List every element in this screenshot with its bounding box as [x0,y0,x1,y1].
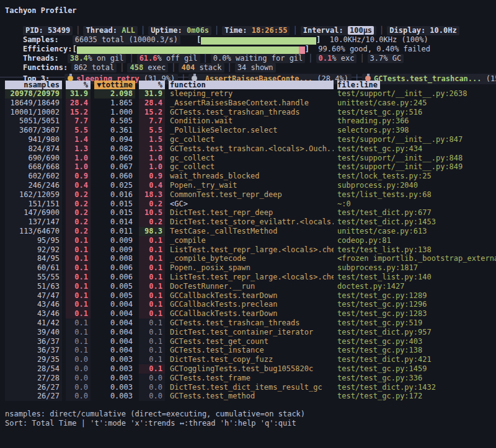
direct-pct-cell: 0.2 [66,217,91,227]
column-header-cumulative-pct[interactable]: % [139,81,165,89]
file-line-cell: test/support/__init__.py:848 [337,154,496,163]
function-cell: GCTests.test_get_count [169,337,334,346]
interval-value: 100μs [348,26,374,35]
direct-pct-cell: 0.1 [66,282,91,291]
cumulative-pct-cell: 0.1 [139,337,165,346]
direct-pct-cell: 0.1 [66,291,91,301]
efficiency-bar [77,46,305,53]
tottime-cell: 1.000 [94,108,135,117]
tottime-cell: 0.003 [94,392,135,401]
nsamples-cell: 43/46 [5,309,62,318]
column-header-tottime-sorted[interactable]: ▼tottime [94,81,135,89]
tottime-cell: 0.003 [94,364,135,374]
direct-pct-cell: 31.9 [66,89,91,99]
file-line-cell: test/test_list.py:140 [337,273,496,282]
cumulative-pct-cell: 0.2 [139,200,165,209]
profile-table: nsamples % ▼tottime % function file:line… [5,81,496,401]
column-header-direct-pct[interactable]: % [66,81,91,89]
thread-stat-value: 61.6 [140,54,157,63]
pid-label: PID: [25,26,43,35]
function-stat-value: 458 [130,63,143,72]
cumulative-pct-cell: 0.2 [139,217,165,227]
file-line-cell: test/test_gc.py:403 [337,337,496,346]
file-line-cell: ~:0 [337,200,496,209]
file-line-cell: subprocess.py:1817 [337,263,496,273]
divider: │ [308,54,312,63]
function-stat-value: 34 [237,63,246,72]
direct-pct-cell: 0.1 [66,300,91,309]
divider: │ [293,26,297,35]
file-line-cell: unittest/case.py:613 [337,227,496,236]
tottime-cell: 0.361 [94,126,135,135]
thread-stat-segment: 61.6% off gil [137,54,200,63]
cumulative-pct-cell: 0.1 [139,263,165,273]
function-cell: <GC> [169,200,334,209]
file-line-cell: test/lock_tests.py:25 [337,172,496,181]
cumulative-pct-cell: 0.1 [139,364,165,374]
nsamples-cell: 27/28 [5,374,62,383]
nsamples-cell: 137/147 [5,217,62,227]
function-cell: GCTests.test_trashcan.<locals>.Ouch.... [169,144,334,154]
function-stat-segment: 404 stack [179,63,224,72]
tottime-cell: 0.004 [94,318,135,328]
file-line-cell: doctest.py:1427 [337,282,496,291]
function-stat-segment: 34 shown [235,63,276,72]
nsamples-cell: 690/690 [5,154,62,163]
function-stat-unit: exec [143,63,166,72]
direct-pct-cell: 0.2 [66,208,91,217]
column-header-function[interactable]: function [169,81,334,89]
nsamples-cell: 39/40 [5,328,62,337]
nsamples-cell: 26/27 [5,383,62,392]
cumulative-pct-cell: 1.0 [139,162,165,172]
file-line-cell: test/test_gc.py:1283 [337,309,496,318]
nsamples-cell: 147/6900 [5,208,62,217]
direct-pct-cell: 1.3 [66,144,91,154]
function-cell: GCTests.test_trashcan_threads [169,318,334,328]
direct-pct-cell: 0.1 [66,254,91,263]
function-cell: gc_collect [169,154,334,163]
file-line-cell: test/test_list.py:138 [337,245,496,255]
function-cell: Popen._posix_spawn [169,263,334,273]
file-line-cell: codeop.py:81 [337,236,496,245]
function-cell: TestCase._callTestMethod [169,227,334,236]
cumulative-pct-cell: 7.7 [139,116,165,126]
tottime-cell: 0.004 [94,346,135,355]
nsamples-cell: 26/27 [5,392,62,401]
function-cell: GCTests.test_instance [169,346,334,355]
thread-stat-unit: % GC [383,54,401,63]
nsamples-cell: 55/55 [5,273,62,282]
footer-legend: nsamples: direct/cumulative (direct=exec… [5,410,496,419]
function-cell: GCTests.test_method [169,392,334,401]
column-header-nsamples[interactable]: nsamples [5,81,62,89]
divider: │ [76,26,80,35]
cumulative-pct-cell: 28.4 [139,99,165,108]
direct-pct-cell: 15.2 [66,108,91,117]
time-label: Time: [224,26,247,35]
divider: │ [141,26,145,35]
cumulative-pct-cell: 0.1 [139,328,165,337]
nsamples-cell: 151/151 [5,200,62,209]
tottime-cell: 0.016 [94,190,135,200]
samples-total: 66035 total (10000.3/s) [73,35,180,45]
direct-pct-cell: 0.1 [66,263,91,273]
thread-value[interactable]: ALL [122,26,135,35]
cumulative-pct-cell: 18.3 [139,190,165,200]
function-cell: gc_collect [169,162,334,172]
cumulative-pct-cell: 98.3 [139,227,165,236]
tottime-cell: 0.003 [94,383,135,392]
tottime-cell: 0.006 [94,263,135,273]
cumulative-pct-cell: 5.5 [139,126,165,135]
samples-bar-open-bracket: [ [197,35,201,44]
cumulative-pct-cell: 0.0 [139,374,165,383]
cumulative-pct-cell: 0.1 [139,236,165,245]
efficiency-label: Efficiency: [23,45,72,53]
tottime-cell: 0.005 [94,291,135,301]
column-header-file-line[interactable]: file:line [337,81,496,89]
function-cell: GCTogglingTests.test_bug1055820c [169,364,334,374]
cumulative-pct-cell: 0.1 [139,291,165,301]
nsamples-cell: 29/35 [5,355,62,364]
thread-stat-unit: % waiting for gil [227,54,303,63]
direct-pct-cell: 0.2 [66,227,91,236]
tottime-cell: 0.005 [94,282,135,291]
direct-pct-cell: 0.0 [66,355,91,364]
